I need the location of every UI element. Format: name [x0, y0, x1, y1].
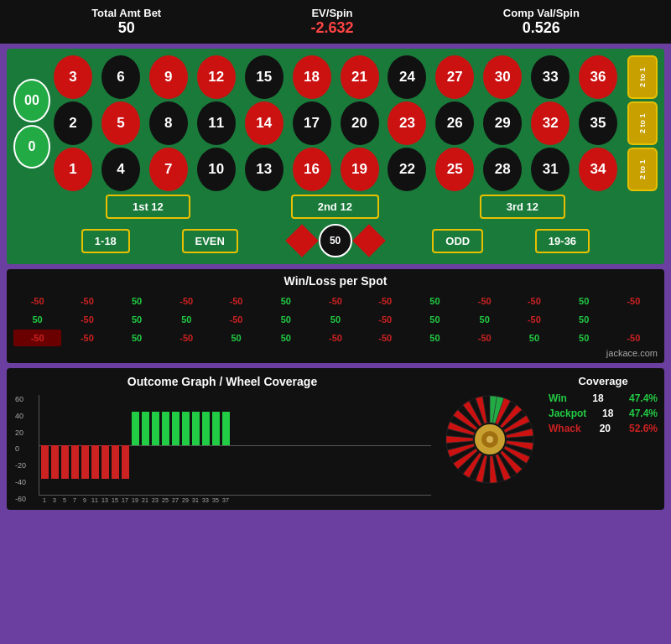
- number-cell-18[interactable]: 18: [293, 55, 331, 99]
- center-bet-circle[interactable]: 50: [319, 224, 352, 257]
- wl-cell: -50: [163, 293, 211, 309]
- second-dozen-button[interactable]: 2nd 12: [291, 195, 379, 219]
- number-cell-23[interactable]: 23: [388, 101, 426, 145]
- coverage-jackpot-count: 18: [602, 408, 613, 419]
- number-cell-33[interactable]: 33: [531, 55, 570, 99]
- number-cell-7[interactable]: 7: [149, 148, 188, 191]
- number-cell-13[interactable]: 13: [245, 148, 283, 191]
- number-cell-21[interactable]: 21: [341, 55, 379, 99]
- x-label: 3: [50, 497, 59, 503]
- bar-wrapper: [51, 395, 60, 496]
- diamond-icon-right[interactable]: [352, 224, 386, 257]
- bet-1-18[interactable]: 1-18: [81, 229, 130, 253]
- coverage-jackpot-label: Jackpot: [549, 408, 586, 419]
- bar-positive: [142, 412, 149, 445]
- number-cell-24[interactable]: 24: [388, 55, 426, 99]
- bet-19-36[interactable]: 19-36: [535, 229, 590, 253]
- number-cell-14[interactable]: 14: [245, 101, 283, 145]
- x-label: 19: [131, 497, 139, 503]
- number-cell-34[interactable]: 34: [579, 148, 617, 191]
- bar-wrapper: [162, 395, 170, 496]
- total-amt-bet: Total Amt Bet 50: [91, 7, 161, 37]
- x-label: 1: [40, 497, 49, 503]
- comp-val-spin-label: Comp Val/Spin: [503, 7, 580, 19]
- number-cell-12[interactable]: 12: [197, 55, 236, 99]
- twotoone-top[interactable]: 2 to 1: [627, 55, 658, 99]
- wl-cell: 50: [262, 293, 309, 309]
- bar-negative: [61, 445, 69, 479]
- attribution: jackace.com: [13, 348, 658, 358]
- x-label: 15: [111, 497, 119, 503]
- number-cell-20[interactable]: 20: [341, 101, 379, 145]
- x-label: 33: [201, 497, 210, 503]
- bar-negative: [71, 445, 79, 479]
- coverage-area: Coverage Win 18 47.4% Jackpot 18 47.4% W…: [549, 375, 658, 503]
- number-cell-4[interactable]: 4: [101, 148, 140, 191]
- number-cell-30[interactable]: 30: [483, 55, 522, 99]
- wheel-container: [440, 375, 540, 503]
- bar-positive: [182, 412, 190, 445]
- wl-cell: -50: [63, 293, 111, 309]
- number-cell-19[interactable]: 19: [341, 148, 379, 191]
- number-cell-11[interactable]: 11: [197, 101, 236, 145]
- number-cell-17[interactable]: 17: [293, 101, 331, 145]
- wl-cell: -50: [13, 330, 61, 346]
- bar-wrapper: [71, 395, 80, 496]
- bet-even[interactable]: EVEN: [182, 229, 238, 253]
- winloss-title: Win/Loss per Spot: [13, 274, 658, 288]
- number-cell-22[interactable]: 22: [388, 148, 426, 191]
- third-dozen-button[interactable]: 3rd 12: [480, 195, 565, 219]
- winloss-grid: -50-5050-50-5050-50-5050-50-5050-5050-50…: [13, 293, 658, 346]
- number-cell-9[interactable]: 9: [149, 55, 188, 99]
- wl-cell: -50: [510, 293, 558, 309]
- wl-cell: 50: [560, 330, 608, 346]
- number-cell-1[interactable]: 1: [54, 148, 92, 191]
- roulette-table: 00 0 36912151821242730333625811141720232…: [7, 49, 664, 264]
- x-label: 9: [81, 497, 89, 503]
- bar-wrapper: [142, 395, 150, 496]
- wl-cell: 50: [112, 293, 160, 309]
- coverage-title: Coverage: [549, 375, 658, 387]
- bet-odd[interactable]: ODD: [432, 229, 483, 253]
- wl-cell: -50: [13, 293, 61, 309]
- twotoone-bot[interactable]: 2 to 1: [627, 148, 658, 191]
- diamond-icon[interactable]: [285, 224, 319, 257]
- number-cell-32[interactable]: 32: [531, 101, 570, 145]
- number-cell-16[interactable]: 16: [293, 148, 331, 191]
- double-zero-button[interactable]: 00: [13, 79, 50, 122]
- number-cell-29[interactable]: 29: [483, 101, 522, 145]
- twotoone-mid[interactable]: 2 to 1: [627, 101, 658, 145]
- number-cell-5[interactable]: 5: [101, 101, 140, 145]
- number-cell-25[interactable]: 25: [435, 148, 474, 191]
- x-label: 27: [171, 497, 179, 503]
- number-cell-28[interactable]: 28: [483, 148, 522, 191]
- number-cell-10[interactable]: 10: [197, 148, 236, 191]
- wheel-center: [486, 436, 493, 443]
- coverage-win-count: 18: [592, 392, 603, 404]
- coverage-win-row: Win 18 47.4%: [549, 392, 658, 404]
- graph-title: Outcome Graph / Wheel Coverage: [13, 375, 431, 388]
- wl-cell: -50: [610, 330, 658, 346]
- number-cell-27[interactable]: 27: [435, 55, 474, 99]
- number-cell-8[interactable]: 8: [149, 101, 188, 145]
- bar-wrapper: [182, 395, 190, 496]
- x-label: 31: [191, 497, 200, 503]
- bar-positive: [172, 412, 179, 445]
- total-amt-bet-label: Total Amt Bet: [91, 7, 161, 19]
- number-cell-2[interactable]: 2: [54, 101, 92, 145]
- number-cell-3[interactable]: 3: [54, 55, 92, 99]
- outcome-section: Outcome Graph / Wheel Coverage 6040200-2…: [7, 368, 664, 510]
- number-cell-36[interactable]: 36: [579, 55, 617, 99]
- zero-button[interactable]: 0: [13, 125, 50, 169]
- x-label: 35: [211, 497, 220, 503]
- number-cell-31[interactable]: 31: [531, 148, 570, 191]
- first-dozen-button[interactable]: 1st 12: [106, 195, 190, 219]
- x-label: 37: [221, 497, 230, 503]
- wl-cell: -50: [311, 330, 359, 346]
- number-cell-6[interactable]: 6: [101, 55, 140, 99]
- number-cell-35[interactable]: 35: [579, 101, 617, 145]
- bar-wrapper: [112, 395, 120, 496]
- number-cell-26[interactable]: 26: [435, 101, 474, 145]
- number-cell-15[interactable]: 15: [245, 55, 283, 99]
- wl-cell: -50: [212, 311, 260, 328]
